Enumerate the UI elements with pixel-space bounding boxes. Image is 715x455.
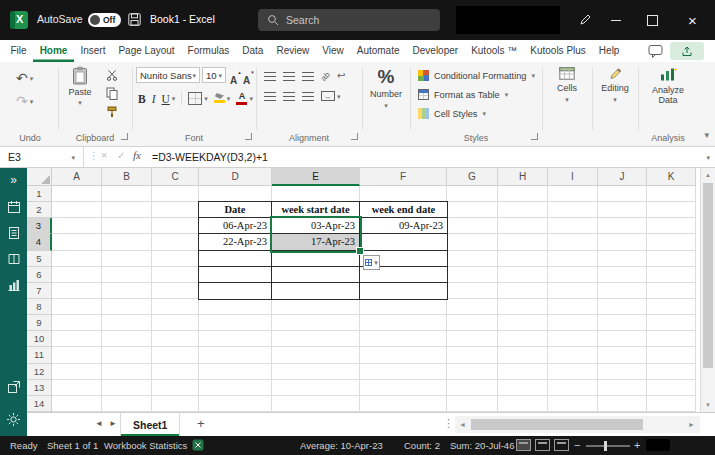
normal-view-button[interactable] [516,439,531,451]
select-all-corner[interactable] [27,168,52,186]
column-header-C[interactable]: C [152,168,199,186]
tab-kutools-plus[interactable]: Kutools Plus [524,40,593,62]
excel-app-icon[interactable] [10,11,28,29]
workbook-statistics[interactable]: Workbook Statistics [104,440,187,451]
row-header-13[interactable]: 13 [27,380,52,396]
confirm-entry-button[interactable]: ✓ [117,151,125,161]
name-box[interactable]: E3 ▾ [0,147,84,167]
page-layout-view-button[interactable] [535,439,550,451]
increase-font-size-button[interactable] [230,70,242,88]
new-sheet-button[interactable]: + [197,417,205,430]
bold-button[interactable] [138,89,146,107]
tab-data[interactable]: Data [236,40,270,62]
share-button[interactable] [670,42,704,60]
horizontal-scroll-thumb[interactable] [471,419,643,430]
row-header-10[interactable]: 10 [27,331,52,347]
cell-D3[interactable]: 06-Apr-23 [199,218,272,234]
formula-input[interactable]: =D3-WEEKDAY(D3,2)+1 [152,151,268,164]
italic-button[interactable] [152,89,156,107]
cell-E5[interactable] [272,251,360,267]
tab-file[interactable]: File [4,40,33,62]
align-center-button[interactable] [283,92,295,101]
cell-E2[interactable]: week start date [272,202,360,218]
tab-home[interactable]: Home [33,40,74,62]
fill-color-button[interactable]: ▾ [214,93,231,103]
edit-pencil-icon[interactable] [579,13,592,26]
underline-button[interactable]: ▾ [162,89,176,107]
undo-button[interactable]: ↶▾ [16,71,33,85]
column-header-A[interactable]: A [52,168,102,186]
tab-review[interactable]: Review [270,40,316,62]
tab-view[interactable]: View [316,40,351,62]
dialog-launcher-icon[interactable] [351,133,358,140]
row-header-6[interactable]: 6 [27,267,52,283]
save-icon[interactable] [128,13,141,26]
zoom-out-button[interactable]: − [574,439,580,451]
pane-expand-chevrons-icon[interactable]: » [0,174,27,186]
list-icon[interactable] [0,226,27,240]
close-button[interactable]: × [670,0,715,40]
zoom-slider-track[interactable] [586,445,630,447]
redo-button[interactable]: ↷▾ [16,94,33,108]
column-header-J[interactable]: J [598,168,647,186]
scroll-right-button[interactable]: ► [688,421,695,428]
cell-D7[interactable] [199,283,272,299]
page-break-view-button[interactable] [554,439,569,451]
cell-styles-button[interactable]: Cell Styles ▾ [418,108,486,119]
autofill-options-button[interactable]: ▾ [363,255,380,270]
format-as-table-button[interactable]: Format as Table ▾ [418,89,508,100]
cell-E7[interactable] [272,283,360,299]
column-header-G[interactable]: G [447,168,498,186]
cell-D2[interactable]: Date [199,202,272,218]
cell-F4[interactable] [360,234,447,250]
spreadsheet[interactable]: ▲ ▼ ABCDEFGHIJK1234567891011121314Datewe… [0,168,715,412]
editing-button[interactable]: Editing ▾ [594,67,636,103]
orientation-button[interactable]: ab [319,70,332,83]
column-header-B[interactable]: B [102,168,152,186]
chart-icon[interactable] [0,278,27,292]
font-color-button[interactable]: A▾ [236,92,253,105]
insert-function-button[interactable]: fx [133,150,141,161]
column-header-D[interactable]: D [199,168,272,186]
format-painter-button[interactable] [106,106,118,118]
merge-center-button[interactable]: ↔▾ [321,91,341,101]
zoom-slider-thumb[interactable] [604,441,607,451]
minimize-button[interactable] [598,0,634,40]
align-right-button[interactable] [302,92,314,101]
dialog-launcher-icon[interactable] [121,133,128,140]
align-middle-button[interactable] [283,72,295,81]
align-left-button[interactable] [264,92,276,101]
row-header-14[interactable]: 14 [27,396,52,412]
vertical-scrollbar[interactable]: ▲ ▼ [700,168,715,412]
conditional-formatting-button[interactable]: Conditional Formatting ▾ [418,70,535,81]
previous-sheet-button[interactable]: ◄ [95,420,103,428]
tab-kutools[interactable]: Kutools ™ [465,40,524,62]
comment-icon[interactable] [648,44,663,59]
cell-F2[interactable]: week end date [360,202,447,218]
cell-D5[interactable] [199,251,272,267]
tab-formulas[interactable]: Formulas [181,40,236,62]
row-header-12[interactable]: 12 [27,364,52,380]
collapse-ribbon-icon[interactable]: ▾ [704,131,709,140]
column-header-E[interactable]: E [272,168,360,186]
tab-automate[interactable]: Automate [350,40,406,62]
column-header-I[interactable]: I [548,168,598,186]
cell-E4[interactable]: 17-Apr-23 [272,234,360,250]
horizontal-scrollbar[interactable]: ◄ ► [455,416,700,433]
row-header-1[interactable]: 1 [27,186,52,202]
settings-gear-icon[interactable] [0,412,27,427]
wrap-text-button[interactable]: ↩ [337,71,345,81]
scroll-up-button[interactable]: ▲ [701,172,715,178]
vertical-scroll-thumb[interactable] [703,183,713,368]
cell-D6[interactable] [199,267,272,283]
expand-formula-bar-icon[interactable]: ▾ [706,154,710,161]
row-header-8[interactable]: 8 [27,299,52,315]
workbook-icon[interactable] [0,252,27,266]
cell-F3[interactable]: 09-Apr-23 [360,218,447,234]
row-header-11[interactable]: 11 [27,347,52,363]
row-header-9[interactable]: 9 [27,315,52,331]
row-header-2[interactable]: 2 [27,202,52,218]
row-header-7[interactable]: 7 [27,283,52,299]
cell-E3[interactable]: 03-Apr-23 [272,218,360,234]
analyze-data-button[interactable]: Analyze Data [640,67,696,106]
